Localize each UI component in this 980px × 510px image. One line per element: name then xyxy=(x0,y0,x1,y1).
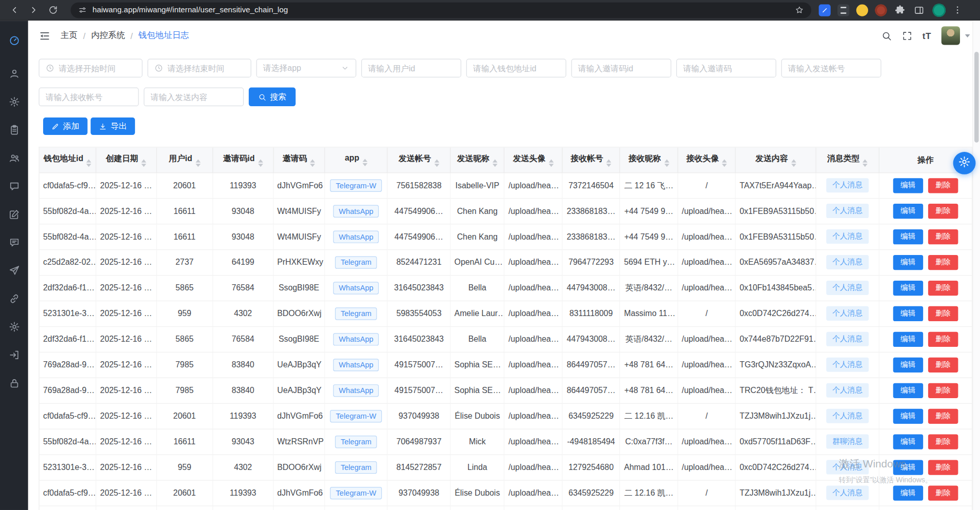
column-header-receive-nickname[interactable]: 接收昵称 xyxy=(620,147,678,172)
column-header-invite-code-id[interactable]: 邀请码id xyxy=(213,147,273,172)
sort-icon[interactable] xyxy=(362,159,367,167)
receive-account-input[interactable] xyxy=(46,92,132,102)
sort-icon[interactable] xyxy=(195,159,201,167)
extension-yellow-icon[interactable] xyxy=(856,4,868,16)
delete-button[interactable]: 删除 xyxy=(928,254,958,269)
delete-button[interactable]: 删除 xyxy=(928,383,958,398)
sort-icon[interactable] xyxy=(791,159,796,167)
send-account-input[interactable] xyxy=(788,64,874,73)
extension-red-icon[interactable] xyxy=(875,4,887,16)
search-button[interactable]: 搜索 xyxy=(249,88,296,107)
start-time-picker[interactable] xyxy=(39,59,143,78)
breadcrumb-internal-system[interactable]: 内控系统 xyxy=(91,30,125,41)
sort-icon[interactable] xyxy=(606,159,612,167)
sort-icon[interactable] xyxy=(493,159,498,167)
scrollbar-thumb[interactable] xyxy=(974,52,979,143)
sidebar-item-lock[interactable] xyxy=(0,370,28,398)
address-bar[interactable]: haiwang.app/miwang#/internal/user_sensit… xyxy=(71,2,811,17)
settings-float-button[interactable] xyxy=(953,152,976,174)
sidebar-item-gear[interactable] xyxy=(0,89,28,117)
delete-button[interactable]: 删除 xyxy=(928,306,958,321)
sidebar-item-send[interactable] xyxy=(0,258,28,286)
column-header-wallet-address-id[interactable]: 钱包地址id xyxy=(40,147,96,172)
column-header-receive-avatar[interactable]: 接收头像 xyxy=(678,147,736,172)
scrollbar[interactable] xyxy=(972,21,980,510)
extension-blue-icon[interactable] xyxy=(819,4,831,16)
user-id-input[interactable] xyxy=(368,64,454,73)
column-header-create-date[interactable]: 创建日期 xyxy=(96,147,156,172)
invite-code-field[interactable] xyxy=(676,59,776,78)
font-size-icon[interactable]: tT xyxy=(923,31,931,41)
end-time-picker[interactable] xyxy=(147,59,251,78)
edit-button[interactable]: 编辑 xyxy=(893,254,923,269)
edit-button[interactable]: 编辑 xyxy=(893,229,923,244)
app-select[interactable]: 请选择app xyxy=(256,59,356,78)
column-header-send-account[interactable]: 发送帐号 xyxy=(387,147,450,172)
edit-button[interactable]: 编辑 xyxy=(893,485,923,500)
send-content-field[interactable] xyxy=(144,88,244,107)
send-content-input[interactable] xyxy=(151,92,237,102)
back-icon[interactable] xyxy=(6,2,23,18)
sort-icon[interactable] xyxy=(142,159,147,167)
end-time-input[interactable] xyxy=(167,64,244,73)
column-header-send-nickname[interactable]: 发送昵称 xyxy=(450,147,504,172)
wallet-id-field[interactable] xyxy=(466,59,566,78)
breadcrumb-home[interactable]: 主页 xyxy=(61,30,77,41)
delete-button[interactable]: 删除 xyxy=(928,280,958,295)
column-header-message-type[interactable]: 消息类型 xyxy=(816,147,878,172)
wallet-id-input[interactable] xyxy=(473,64,559,73)
delete-button[interactable]: 删除 xyxy=(928,485,958,500)
edit-button[interactable]: 编辑 xyxy=(893,331,923,346)
sort-icon[interactable] xyxy=(664,159,669,167)
sidebar-item-link[interactable] xyxy=(0,286,28,314)
bookmark-star-icon[interactable] xyxy=(795,6,803,14)
user-id-field[interactable] xyxy=(361,59,461,78)
delete-button[interactable]: 删除 xyxy=(928,460,958,475)
delete-button[interactable]: 删除 xyxy=(928,434,958,449)
add-button[interactable]: 添加 xyxy=(43,117,87,135)
sort-icon[interactable] xyxy=(258,159,263,167)
export-button[interactable]: 导出 xyxy=(91,117,135,135)
edit-button[interactable]: 编辑 xyxy=(893,178,923,193)
edit-button[interactable]: 编辑 xyxy=(893,357,923,372)
forward-icon[interactable] xyxy=(26,2,42,18)
edit-button[interactable]: 编辑 xyxy=(893,408,923,423)
sort-icon[interactable] xyxy=(86,159,91,167)
invite-code-id-field[interactable] xyxy=(571,59,671,78)
edit-button[interactable]: 编辑 xyxy=(893,460,923,475)
url-text[interactable]: haiwang.app/miwang#/internal/user_sensit… xyxy=(92,6,789,14)
user-avatar[interactable] xyxy=(941,26,960,45)
delete-button[interactable]: 删除 xyxy=(928,229,958,244)
edit-button[interactable]: 编辑 xyxy=(893,280,923,295)
sidebar-item-dashboard[interactable] xyxy=(0,27,28,56)
profile-avatar[interactable] xyxy=(932,4,946,17)
sort-icon[interactable] xyxy=(863,159,868,167)
site-settings-icon[interactable] xyxy=(78,6,87,14)
column-header-user-id[interactable]: 用户id xyxy=(156,147,213,172)
column-header-receive-account[interactable]: 接收帐号 xyxy=(562,147,620,172)
sidebar-item-user[interactable] xyxy=(0,61,28,89)
invite-code-id-input[interactable] xyxy=(578,64,664,73)
delete-button[interactable]: 删除 xyxy=(928,178,958,193)
invite-code-input[interactable] xyxy=(683,64,769,73)
sort-icon[interactable] xyxy=(548,159,554,167)
sidebar-item-compose[interactable] xyxy=(0,201,28,229)
edit-button[interactable]: 编辑 xyxy=(893,203,923,218)
menu-kebab-icon[interactable] xyxy=(952,5,962,15)
column-header-send-avatar[interactable]: 发送头像 xyxy=(504,147,562,172)
delete-button[interactable]: 删除 xyxy=(928,203,958,218)
edit-button[interactable]: 编辑 xyxy=(893,434,923,449)
sort-icon[interactable] xyxy=(722,159,727,167)
send-account-field[interactable] xyxy=(781,59,881,78)
search-icon[interactable] xyxy=(881,30,892,41)
delete-button[interactable]: 删除 xyxy=(928,357,958,372)
collapse-menu-icon[interactable] xyxy=(35,27,53,44)
sidebar-item-message[interactable] xyxy=(0,229,28,258)
side-panel-icon[interactable] xyxy=(914,5,925,15)
sidebar-item-chat[interactable] xyxy=(0,173,28,201)
fullscreen-icon[interactable] xyxy=(901,30,912,41)
start-time-input[interactable] xyxy=(59,64,136,73)
extension-dark-icon[interactable] xyxy=(837,4,849,16)
edit-button[interactable]: 编辑 xyxy=(893,383,923,398)
sidebar-item-logout[interactable] xyxy=(0,342,28,370)
